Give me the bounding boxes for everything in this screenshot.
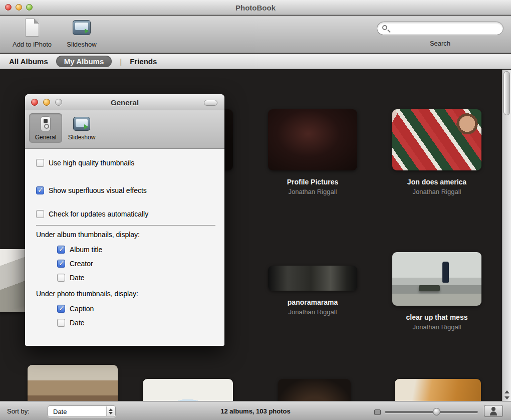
scroll-down-arrow-icon[interactable] xyxy=(504,396,509,399)
preferences-content: Use high quality thumbnails Show superfl… xyxy=(25,149,224,328)
pref-check-updates[interactable]: Check for updates automatically xyxy=(36,209,224,219)
prefs-tab-slideshow[interactable]: Slideshow xyxy=(65,113,98,143)
album-thumbnail[interactable] xyxy=(392,252,481,306)
tab-my-albums[interactable]: My Albums xyxy=(56,56,112,67)
album-creator: Jonathan Riggall xyxy=(392,188,481,195)
preferences-titlebar[interactable]: General xyxy=(25,94,224,110)
album-thumbnail[interactable] xyxy=(143,379,233,401)
checkbox[interactable] xyxy=(57,260,65,268)
album-card[interactable]: panoramarama Jonathan Riggall xyxy=(268,266,357,316)
checkbox-label: Show superfluous visual effects xyxy=(49,186,147,194)
window-title: PhotoBook xyxy=(0,4,511,12)
pref-photo-caption[interactable]: Caption xyxy=(57,304,224,314)
checkbox[interactable] xyxy=(57,246,65,254)
checkbox-label: Caption xyxy=(70,305,94,313)
pref-album-date[interactable]: Date xyxy=(57,273,224,283)
album-thumbnail[interactable] xyxy=(268,266,357,291)
prefs-tab-general-label: General xyxy=(30,134,61,141)
checkbox[interactable] xyxy=(57,319,65,327)
album-card-partial[interactable] xyxy=(143,379,233,401)
album-card[interactable]: clear up that mess Jonathan Riggall xyxy=(392,252,481,331)
general-icon xyxy=(41,116,51,131)
checkbox-label: Use high quality thumbnails xyxy=(49,159,134,167)
search-label: Search xyxy=(377,40,503,47)
checkbox[interactable] xyxy=(36,210,44,218)
photo-thumbnails-heading: Under photo thumbnails, display: xyxy=(36,290,224,298)
album-creator: Jonathan Riggall xyxy=(268,188,357,195)
album-card-partial[interactable] xyxy=(278,379,351,401)
document-icon xyxy=(25,19,39,37)
checkbox-label: Creator xyxy=(70,260,93,268)
pref-album-title[interactable]: Album title xyxy=(57,245,224,255)
sort-dropdown[interactable]: Date xyxy=(48,405,116,417)
preferences-window: General General Slideshow Use high quali… xyxy=(25,94,224,346)
preferences-title: General xyxy=(25,98,224,107)
album-card-partial[interactable] xyxy=(395,379,481,401)
album-thumbnail[interactable] xyxy=(28,365,118,401)
album-card[interactable]: Jon does america Jonathan Riggall xyxy=(392,109,481,195)
album-title: panoramarama xyxy=(268,298,357,306)
scroll-up-arrow-icon[interactable] xyxy=(504,390,509,393)
scrollbar-thumb[interactable] xyxy=(503,71,510,115)
checkbox[interactable] xyxy=(57,305,65,313)
prefs-tab-general[interactable]: General xyxy=(29,113,62,143)
preferences-toolbar: General Slideshow xyxy=(25,110,224,149)
album-grid: Profile Pictures Jonathan Riggall Jon do… xyxy=(0,70,502,401)
search-input[interactable] xyxy=(391,23,498,34)
main-toolbar: Add to iPhoto Slideshow Search xyxy=(0,16,511,53)
status-bar: Sort by: Date 12 albums, 103 photos xyxy=(0,401,511,420)
album-creator: Jonathan Riggall xyxy=(268,308,357,316)
prefs-tab-slideshow-label: Slideshow xyxy=(66,134,97,141)
album-title: Profile Pictures xyxy=(268,178,357,186)
checkbox[interactable] xyxy=(36,186,44,194)
album-thumbnail[interactable] xyxy=(268,109,357,170)
scrollbar-arrows xyxy=(502,390,511,399)
section-divider xyxy=(36,225,215,226)
album-creator: Jonathan Riggall xyxy=(392,323,481,331)
checkbox-label: Date xyxy=(70,274,85,282)
vertical-scrollbar[interactable] xyxy=(502,70,511,401)
zoom-out-icon[interactable] xyxy=(374,409,381,415)
checkbox-label: Date xyxy=(70,319,85,327)
slideshow-label: Slideshow xyxy=(59,41,104,48)
dropdown-stepper-icon xyxy=(106,406,115,416)
sort-dropdown-value: Date xyxy=(53,408,67,415)
tab-separator: | xyxy=(120,57,122,66)
pref-high-quality-thumbnails[interactable]: Use high quality thumbnails xyxy=(36,158,224,168)
album-card-partial[interactable] xyxy=(28,365,118,401)
slideshow-icon xyxy=(73,20,91,35)
checkbox-label: Check for updates automatically xyxy=(49,210,148,218)
thumbnail-size-slider[interactable] xyxy=(385,411,478,413)
person-view-icon[interactable] xyxy=(484,405,503,417)
checkbox-label: Album title xyxy=(70,246,102,254)
tab-friends[interactable]: Friends xyxy=(130,57,157,66)
album-count-status: 12 albums, 103 photos xyxy=(165,407,346,415)
sort-by-label: Sort by: xyxy=(7,407,30,415)
pref-photo-date[interactable]: Date xyxy=(57,318,224,328)
slider-knob[interactable] xyxy=(433,408,440,415)
search-field[interactable] xyxy=(377,22,503,35)
window-titlebar[interactable]: PhotoBook xyxy=(0,0,511,15)
album-thumbnail[interactable] xyxy=(392,109,481,170)
search-icon xyxy=(382,25,387,30)
album-card[interactable]: Profile Pictures Jonathan Riggall xyxy=(268,109,357,195)
album-title: clear up that mess xyxy=(392,313,481,321)
photobook-window: PhotoBook Add to iPhoto Slideshow Search… xyxy=(0,0,511,420)
album-title: Jon does america xyxy=(392,178,481,186)
pref-superfluous-effects[interactable]: Show superfluous visual effects xyxy=(36,185,224,195)
album-thumbnail[interactable] xyxy=(395,379,481,401)
slideshow-button[interactable]: Slideshow xyxy=(59,18,104,48)
add-to-iphoto-button[interactable]: Add to iPhoto xyxy=(7,18,57,48)
album-thumbnails-heading: Under album thumbnails, display: xyxy=(36,231,224,239)
album-thumbnail[interactable] xyxy=(278,379,351,401)
checkbox[interactable] xyxy=(57,274,65,282)
add-to-iphoto-label: Add to iPhoto xyxy=(7,41,57,48)
tab-all-albums[interactable]: All Albums xyxy=(9,57,48,66)
checkbox[interactable] xyxy=(36,159,44,167)
pref-album-creator[interactable]: Creator xyxy=(57,259,224,269)
slideshow-icon xyxy=(73,117,90,131)
album-tabbar: All Albums My Albums | Friends xyxy=(0,54,511,69)
toolbar-toggle-button[interactable] xyxy=(204,100,217,106)
